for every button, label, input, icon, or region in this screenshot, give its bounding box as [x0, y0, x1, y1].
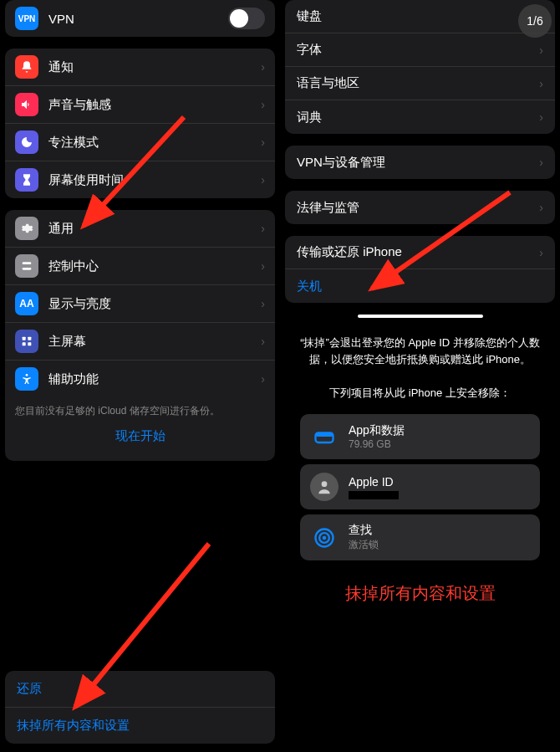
vpn-icon: VPN: [15, 7, 38, 30]
reset-options: 还原 抹掉所有内容和设置: [5, 671, 275, 744]
svg-rect-5: [28, 342, 31, 345]
item-apple-id: Apple ID: [300, 464, 540, 509]
transfer-reset-label: 传输或还原 iPhone: [297, 244, 539, 260]
grid-icon: [15, 330, 38, 353]
chevron-right-icon: ›: [261, 259, 265, 273]
focus-label: 专注模式: [48, 135, 261, 151]
findmy-sub: 激活锁: [349, 538, 379, 552]
svg-rect-8: [316, 432, 333, 437]
chevron-right-icon: ›: [261, 372, 265, 386]
svg-rect-4: [23, 342, 26, 345]
accessibility-icon: [15, 367, 38, 391]
chevron-right-icon: ›: [261, 136, 265, 149]
svg-point-9: [322, 481, 328, 487]
chevron-right-icon: ›: [261, 173, 265, 187]
bell-icon: [15, 55, 38, 79]
general-group-4: 传输或还原 iPhone › 关机: [285, 236, 555, 303]
chevron-right-icon: ›: [261, 222, 265, 235]
dictionary-label: 词典: [297, 110, 539, 125]
row-home-screen[interactable]: 主屏幕 ›: [5, 322, 275, 360]
erase-caption: 抹掉所有内容和设置: [285, 565, 555, 622]
chevron-right-icon: ›: [261, 297, 265, 310]
gear-icon: [15, 217, 38, 240]
control-center-label: 控制中心: [48, 258, 261, 274]
row-control-center[interactable]: 控制中心 ›: [5, 247, 275, 284]
row-fonts[interactable]: 字体 ›: [285, 33, 555, 67]
row-legal[interactable]: 法律与监管 ›: [285, 191, 555, 224]
row-language[interactable]: 语言与地区 ›: [285, 67, 555, 100]
keyboard-label: 键盘: [297, 8, 539, 24]
legal-label: 法律与监管: [297, 200, 539, 216]
notifications-label: 通知: [48, 59, 261, 75]
text-size-icon: AA: [15, 292, 38, 315]
general-group-3: 法律与监管 ›: [285, 191, 555, 224]
vpn-toggle[interactable]: [228, 8, 265, 29]
settings-group-general: 通用 › 控制中心 › AA 显示与亮度 ›: [5, 210, 275, 461]
row-notifications[interactable]: 通知 ›: [5, 49, 275, 85]
home-indicator: [358, 315, 483, 318]
switches-icon: [15, 254, 38, 278]
apple-id-title: Apple ID: [349, 475, 399, 489]
chevron-right-icon: ›: [261, 98, 265, 111]
item-findmy: 查找 激活锁: [300, 514, 540, 560]
row-focus[interactable]: 专注模式 ›: [5, 123, 275, 161]
vpn-device-label: VPN与设备管理: [297, 155, 539, 171]
svg-point-6: [26, 374, 28, 376]
chevron-right-icon: ›: [261, 335, 265, 348]
apps-data-title: App和数据: [349, 423, 405, 438]
display-label: 显示与亮度: [48, 296, 261, 312]
storage-icon: [310, 422, 339, 451]
svg-rect-2: [23, 337, 26, 340]
findmy-title: 查找: [349, 523, 379, 538]
apps-data-sub: 79.96 GB: [349, 438, 405, 450]
svg-rect-1: [23, 268, 32, 270]
svg-rect-3: [28, 337, 31, 340]
row-accessibility[interactable]: 辅助功能 ›: [5, 360, 275, 397]
start-now-link[interactable]: 现在开始: [5, 418, 275, 454]
row-general[interactable]: 通用 ›: [5, 210, 275, 247]
vpn-row[interactable]: VPN VPN: [5, 0, 275, 37]
chevron-right-icon: ›: [539, 246, 543, 259]
erase-all-row[interactable]: 抹掉所有内容和设置: [5, 707, 275, 744]
chevron-right-icon: ›: [539, 77, 543, 90]
accessibility-label: 辅助功能: [48, 371, 261, 387]
page-counter: 1/6: [518, 4, 552, 38]
general-label: 通用: [48, 221, 261, 237]
chevron-right-icon: ›: [539, 156, 543, 169]
moon-icon: [15, 130, 38, 154]
chevron-right-icon: ›: [539, 43, 543, 57]
language-label: 语言与地区: [297, 75, 539, 91]
row-sounds[interactable]: 声音与触感 ›: [5, 85, 275, 123]
sounds-label: 声音与触感: [48, 97, 261, 113]
general-group-2: VPN与设备管理 ›: [285, 146, 555, 179]
fonts-label: 字体: [297, 42, 539, 58]
erase-info: “抹掉”会退出登录您的 Apple ID 并移除您的个人数据，以便您安全地折抵换…: [285, 325, 555, 377]
speaker-icon: [15, 93, 38, 116]
icloud-note: 您目前没有足够的 iCloud 储存空间进行备份。: [5, 397, 275, 418]
shutdown-label: 关机: [297, 279, 543, 294]
restore-row[interactable]: 还原: [5, 671, 275, 707]
screentime-label: 屏幕使用时间: [48, 172, 261, 188]
avatar-icon: [310, 473, 339, 501]
row-screentime[interactable]: 屏幕使用时间 ›: [5, 161, 275, 198]
svg-point-12: [323, 535, 327, 540]
chevron-right-icon: ›: [539, 201, 543, 214]
svg-rect-0: [23, 262, 32, 264]
remove-header: 下列项目将从此 iPhone 上安全移除：: [285, 377, 555, 409]
row-keyboard[interactable]: 键盘 ›: [285, 0, 555, 33]
row-display[interactable]: AA 显示与亮度 ›: [5, 284, 275, 322]
redacted-block: [349, 491, 399, 499]
home-screen-label: 主屏幕: [48, 334, 261, 350]
vpn-label: VPN: [48, 12, 228, 26]
chevron-right-icon: ›: [261, 60, 265, 74]
hourglass-icon: [15, 168, 38, 192]
general-group-1: 键盘 › 字体 › 语言与地区 › 词典 ›: [285, 0, 555, 134]
row-shutdown[interactable]: 关机: [285, 269, 555, 303]
findmy-icon: [310, 524, 339, 552]
row-dictionary[interactable]: 词典 ›: [285, 100, 555, 134]
row-vpn-device[interactable]: VPN与设备管理 ›: [285, 146, 555, 179]
chevron-right-icon: ›: [539, 110, 543, 124]
item-apps-data: App和数据 79.96 GB: [300, 414, 540, 459]
settings-group-notifications: 通知 › 声音与触感 › 专注模式 ›: [5, 49, 275, 198]
row-transfer-reset[interactable]: 传输或还原 iPhone ›: [285, 236, 555, 269]
